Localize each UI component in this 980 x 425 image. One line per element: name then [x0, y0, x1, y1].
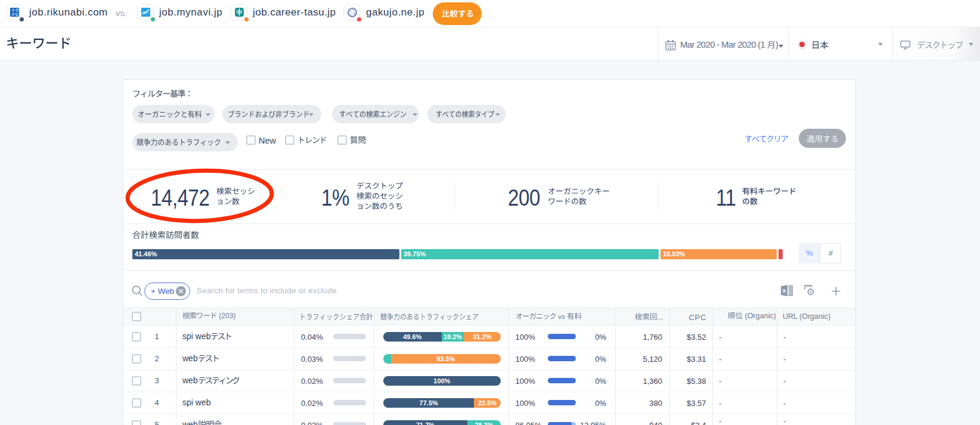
svg-text:X: X [782, 287, 786, 294]
